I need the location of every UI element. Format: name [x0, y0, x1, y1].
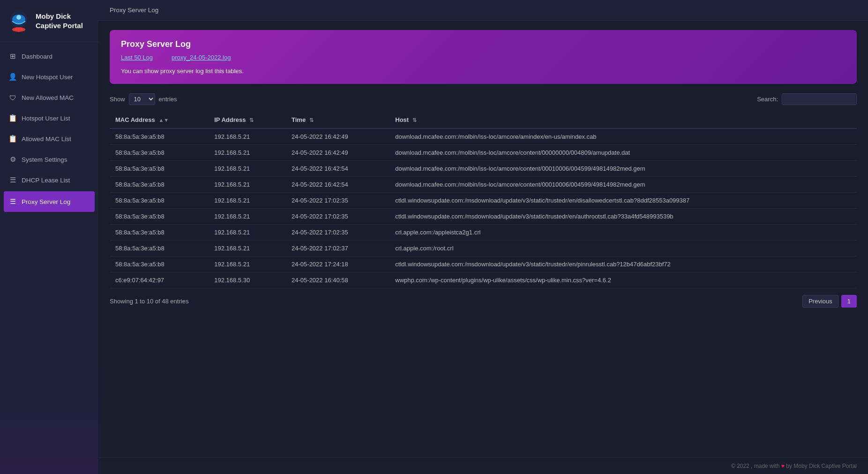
cell-mac: c6:e9:07:64:42:97: [110, 272, 209, 288]
footer-text: © 2022 , made with: [731, 463, 780, 469]
content-area: DOWNLOAD LOG FILE Proxy Server Log Last …: [98, 21, 868, 458]
sidebar-item-label: New Hotspot User: [22, 74, 73, 81]
cell-mac: 58:8a:5a:3e:a5:b8: [110, 241, 209, 256]
sidebar-navigation: ⊞ Dashboard 👤 New Hotspot User 🛡 New All…: [0, 42, 98, 474]
cell-ip: 192.168.5.21: [209, 209, 286, 225]
sidebar-item-dashboard[interactable]: ⊞ Dashboard: [0, 46, 98, 67]
log-file-link[interactable]: proxy_24-05-2022.log: [172, 54, 231, 61]
cell-host: download.mcafee.com:/molbin/iss-loc/amco…: [389, 177, 857, 193]
sidebar-item-system-settings[interactable]: ⚙ System Settings: [0, 149, 98, 170]
table-row: 58:8a:5a:3e:a5:b8 192.168.5.21 24-05-202…: [110, 128, 857, 145]
cell-ip: 192.168.5.21: [209, 128, 286, 145]
logo-area: Moby Dick Captive Portal: [0, 0, 98, 42]
table-row: 58:8a:5a:3e:a5:b8 192.168.5.21 24-05-202…: [110, 241, 857, 256]
cell-host: crl.apple.com:/appleistca2g1.crl: [389, 225, 857, 241]
sidebar-item-label: Dashboard: [22, 53, 52, 60]
table-row: 58:8a:5a:3e:a5:b8 192.168.5.21 24-05-202…: [110, 145, 857, 161]
table-row: 58:8a:5a:3e:a5:b8 192.168.5.21 24-05-202…: [110, 256, 857, 272]
table-body: 58:8a:5a:3e:a5:b8 192.168.5.21 24-05-202…: [110, 128, 857, 288]
sort-ip-icon: ⇅: [249, 117, 254, 123]
dashboard-icon: ⊞: [8, 52, 17, 60]
sidebar-item-new-allowed-mac[interactable]: 🛡 New Allowed MAC: [0, 87, 98, 108]
search-box: Search:: [757, 93, 857, 105]
cell-mac: 58:8a:5a:3e:a5:b8: [110, 225, 209, 241]
table-controls: Show 10 25 50 100 entries Search:: [110, 93, 857, 105]
menu-icon: ☰: [8, 176, 17, 184]
col-time-header[interactable]: Time ⇅: [286, 112, 389, 128]
footer-text2: by Moby Dick Captive Portal: [786, 463, 857, 469]
previous-page-button[interactable]: Previous: [802, 295, 838, 308]
cell-host: download.mcafee.com:/molbin/iss-loc/amco…: [389, 145, 857, 161]
cell-mac: 58:8a:5a:3e:a5:b8: [110, 209, 209, 225]
sidebar-item-proxy-server-log[interactable]: ☰ Proxy Server Log: [4, 191, 95, 212]
sidebar-item-label: Proxy Server Log: [22, 198, 70, 205]
cell-mac: 58:8a:5a:3e:a5:b8: [110, 128, 209, 145]
cell-mac: 58:8a:5a:3e:a5:b8: [110, 256, 209, 272]
cell-ip: 192.168.5.21: [209, 241, 286, 256]
cell-ip: 192.168.5.30: [209, 272, 286, 288]
cell-time: 24-05-2022 16:42:49: [286, 145, 389, 161]
sidebar-item-allowed-mac-list[interactable]: 📋 Allowed MAC List: [0, 128, 98, 149]
cell-ip: 192.168.5.21: [209, 256, 286, 272]
shield-icon: 🛡: [8, 93, 17, 102]
col-mac-header[interactable]: MAC Address ▲▼: [110, 112, 209, 128]
sort-time-icon: ⇅: [309, 117, 314, 123]
search-input[interactable]: [782, 93, 857, 105]
cell-mac: 58:8a:5a:3e:a5:b8: [110, 145, 209, 161]
card-description: You can show proxy server log list this …: [121, 68, 846, 75]
sidebar: Moby Dick Captive Portal ⊞ Dashboard 👤 N…: [0, 0, 98, 474]
sidebar-item-new-hotspot-user[interactable]: 👤 New Hotspot User: [0, 67, 98, 87]
cell-ip: 192.168.5.21: [209, 225, 286, 241]
cell-mac: 58:8a:5a:3e:a5:b8: [110, 161, 209, 177]
cell-host: ctldl.windowsupdate.com:/msdownload/upda…: [389, 209, 857, 225]
cell-time: 24-05-2022 16:42:54: [286, 177, 389, 193]
table-row: 58:8a:5a:3e:a5:b8 192.168.5.21 24-05-202…: [110, 177, 857, 193]
svg-point-2: [16, 15, 21, 20]
cell-ip: 192.168.5.21: [209, 193, 286, 209]
table-row: c6:e9:07:64:42:97 192.168.5.30 24-05-202…: [110, 272, 857, 288]
sort-host-icon: ⇅: [412, 117, 417, 123]
sidebar-item-dhcp-lease-list[interactable]: ☰ DHCP Lease List: [0, 170, 98, 190]
gear-icon: ⚙: [8, 155, 17, 164]
search-label: Search:: [757, 96, 778, 103]
sidebar-item-label: New Allowed MAC: [22, 94, 74, 101]
cell-ip: 192.168.5.21: [209, 161, 286, 177]
heart-icon: ♥: [781, 463, 785, 469]
cell-time: 24-05-2022 17:02:35: [286, 193, 389, 209]
card-title: Proxy Server Log: [121, 39, 846, 49]
page-breadcrumb: Proxy Server Log: [110, 7, 158, 14]
list-icon: 📋: [8, 114, 17, 122]
cell-host: crl.apple.com:/root.crl: [389, 241, 857, 256]
cell-host: wwphp.com:/wp-content/plugins/wp-ulike/a…: [389, 272, 857, 288]
table-row: 58:8a:5a:3e:a5:b8 192.168.5.21 24-05-202…: [110, 193, 857, 209]
table-row: 58:8a:5a:3e:a5:b8 192.168.5.21 24-05-202…: [110, 161, 857, 177]
cell-time: 24-05-2022 16:40:58: [286, 272, 389, 288]
cell-mac: 58:8a:5a:3e:a5:b8: [110, 177, 209, 193]
cell-time: 24-05-2022 16:42:54: [286, 161, 389, 177]
list-icon-2: 📋: [8, 135, 17, 143]
cell-host: ctldl.windowsupdate.com:/msdownload/upda…: [389, 256, 857, 272]
top-bar: Proxy Server Log: [98, 0, 868, 21]
entries-select[interactable]: 10 25 50 100: [129, 93, 155, 105]
log-table: MAC Address ▲▼ IP Address ⇅ Time ⇅ Host …: [110, 112, 857, 288]
cell-time: 24-05-2022 17:02:35: [286, 209, 389, 225]
sidebar-item-label: DHCP Lease List: [22, 177, 70, 184]
card-links: Last 50 Log proxy_24-05-2022.log: [121, 54, 846, 61]
cell-ip: 192.168.5.21: [209, 145, 286, 161]
col-host-header[interactable]: Host ⇅: [389, 112, 857, 128]
sidebar-item-label: Hotspot User List: [22, 115, 70, 122]
table-row: 58:8a:5a:3e:a5:b8 192.168.5.21 24-05-202…: [110, 209, 857, 225]
cell-mac: 58:8a:5a:3e:a5:b8: [110, 193, 209, 209]
cell-time: 24-05-2022 16:42:49: [286, 128, 389, 145]
pagination: Previous 1: [802, 295, 857, 308]
last-50-log-link[interactable]: Last 50 Log: [121, 54, 153, 61]
sidebar-item-label: Allowed MAC List: [22, 135, 71, 143]
sidebar-item-hotspot-user-list[interactable]: 📋 Hotspot User List: [0, 108, 98, 128]
entries-label: entries: [159, 96, 177, 103]
show-entries-control: Show 10 25 50 100 entries: [110, 93, 177, 105]
col-ip-header[interactable]: IP Address ⇅: [209, 112, 286, 128]
user-icon: 👤: [8, 73, 17, 81]
app-logo-icon: [7, 9, 31, 33]
cell-host: download.mcafee.com:/molbin/iss-loc/amco…: [389, 128, 857, 145]
page-1-button[interactable]: 1: [841, 295, 857, 308]
